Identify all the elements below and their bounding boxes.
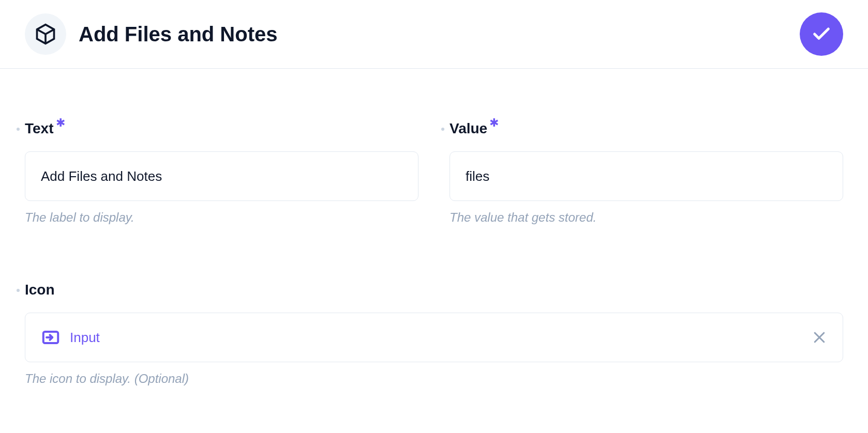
icon-field: Icon Input The icon to display. (Optiona… xyxy=(25,282,843,386)
value-field-help: The value that gets stored. xyxy=(450,210,843,225)
value-label-wrap: Value ✱ xyxy=(450,120,843,137)
page-header: Add Files and Notes xyxy=(0,0,868,69)
text-field: Text ✱ The label to display. xyxy=(25,120,418,225)
header-icon-wrap xyxy=(25,13,66,55)
required-star-icon: ✱ xyxy=(489,116,499,130)
text-input[interactable] xyxy=(25,151,418,201)
icon-clear-button[interactable] xyxy=(812,330,827,345)
icon-field-help: The icon to display. (Optional) xyxy=(25,372,843,386)
cube-icon xyxy=(34,23,57,45)
value-field: Value ✱ The value that gets stored. xyxy=(450,120,843,225)
text-field-help: The label to display. xyxy=(25,210,418,225)
field-bullet xyxy=(17,289,20,292)
icon-field-label: Icon xyxy=(25,282,55,298)
text-field-label: Text xyxy=(25,120,54,137)
check-icon xyxy=(811,24,832,44)
header-left: Add Files and Notes xyxy=(25,13,278,55)
close-icon xyxy=(812,330,827,345)
content-area: Text ✱ The label to display. Value ✱ The… xyxy=(0,69,868,407)
input-icon xyxy=(41,328,61,347)
required-star-icon: ✱ xyxy=(56,116,65,130)
page-title: Add Files and Notes xyxy=(79,23,278,46)
icon-picker-selection: Input xyxy=(41,328,100,347)
value-field-label: Value xyxy=(450,120,487,137)
confirm-button[interactable] xyxy=(800,12,843,56)
icon-selected-label: Input xyxy=(70,330,100,346)
fields-row: Text ✱ The label to display. Value ✱ The… xyxy=(25,120,843,225)
field-bullet xyxy=(17,128,20,131)
field-bullet xyxy=(441,128,444,131)
icon-picker[interactable]: Input xyxy=(25,313,843,362)
value-input[interactable] xyxy=(450,151,843,201)
text-label-wrap: Text ✱ xyxy=(25,120,418,137)
icon-label-wrap: Icon xyxy=(25,282,843,298)
